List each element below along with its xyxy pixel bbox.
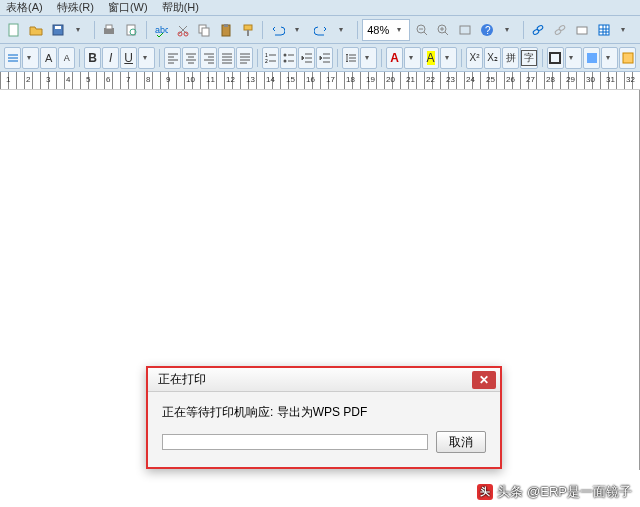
separator	[357, 21, 358, 39]
svg-rect-26	[599, 25, 609, 35]
ruler-number: 29	[566, 75, 575, 84]
watermark: 头 头条 @ERP是一面镜子	[477, 483, 632, 501]
ruler-number: 24	[466, 75, 475, 84]
numbered-list-icon[interactable]: 12	[262, 47, 279, 69]
hyperlink-icon[interactable]	[528, 19, 549, 41]
help-icon[interactable]: ?	[477, 19, 498, 41]
ruler-number: 23	[446, 75, 455, 84]
object-icon[interactable]	[572, 19, 593, 41]
zoom-in-icon[interactable]	[433, 19, 454, 41]
ruler-number: 28	[546, 75, 555, 84]
menu-table[interactable]: 表格(A)	[6, 0, 43, 15]
separator	[94, 21, 95, 39]
highlight-button[interactable]: A	[422, 47, 439, 69]
ruler-number: 12	[226, 75, 235, 84]
border-dropdown-icon[interactable]: ▾	[565, 47, 582, 69]
menu-help[interactable]: 帮助(H)	[162, 0, 199, 15]
unlink-icon[interactable]	[550, 19, 571, 41]
shrink-font-icon[interactable]: A	[58, 47, 75, 69]
dialog-title-text: 正在打印	[158, 371, 206, 388]
undo-dropdown-icon[interactable]: ▾	[289, 19, 310, 41]
style-dropdown[interactable]	[4, 47, 21, 69]
font-color-button[interactable]: A	[386, 47, 403, 69]
align-distribute-icon[interactable]	[236, 47, 253, 69]
print-preview-icon[interactable]	[121, 19, 142, 41]
line-spacing-icon[interactable]	[342, 47, 359, 69]
svg-rect-15	[247, 30, 249, 36]
ruler-number: 17	[326, 75, 335, 84]
ruler-number: 20	[386, 75, 395, 84]
undo-icon[interactable]	[267, 19, 288, 41]
font-dropdown[interactable]: ▾	[22, 47, 39, 69]
border-button[interactable]	[547, 47, 564, 69]
save-dropdown-icon[interactable]: ▾	[69, 19, 90, 41]
zoom-dropdown-icon[interactable]: ▾	[397, 25, 405, 34]
close-icon[interactable]: ✕	[472, 371, 496, 389]
ruler-number: 26	[506, 75, 515, 84]
zoom-combo[interactable]: ▾	[362, 19, 410, 41]
font-color-dropdown-icon[interactable]: ▾	[404, 47, 421, 69]
paste-icon[interactable]	[216, 19, 237, 41]
bold-button[interactable]: B	[84, 47, 101, 69]
svg-point-30	[283, 59, 286, 62]
horizontal-ruler[interactable]: 1234567891011121314151617181920212223242…	[0, 72, 640, 90]
redo-icon[interactable]	[311, 19, 332, 41]
svg-text:2: 2	[265, 58, 268, 64]
menu-special[interactable]: 特殊(R)	[57, 0, 94, 15]
dialog-message: 正在等待打印机响应: 导出为WPS PDF	[162, 404, 486, 421]
separator	[523, 21, 524, 39]
separator	[146, 21, 147, 39]
ruby-icon[interactable]: 拼	[502, 47, 519, 69]
decrease-indent-icon[interactable]	[298, 47, 315, 69]
redo-dropdown-icon[interactable]: ▾	[333, 19, 354, 41]
align-center-icon[interactable]	[182, 47, 199, 69]
subscript-icon[interactable]: X₂	[484, 47, 501, 69]
underline-dropdown-icon[interactable]: ▾	[138, 47, 155, 69]
underline-button[interactable]: U	[120, 47, 137, 69]
highlight-dropdown-icon[interactable]: ▾	[440, 47, 457, 69]
format-painter-icon[interactable]	[238, 19, 259, 41]
align-right-icon[interactable]	[200, 47, 217, 69]
dialog-titlebar[interactable]: 正在打印 ✕	[148, 368, 500, 392]
char-border-icon[interactable]: 字	[520, 47, 538, 69]
table-dropdown-icon[interactable]: ▾	[615, 19, 636, 41]
grow-font-icon[interactable]: A	[40, 47, 57, 69]
print-icon[interactable]	[99, 19, 120, 41]
save-icon[interactable]	[48, 19, 69, 41]
copy-icon[interactable]	[194, 19, 215, 41]
shading-dropdown-icon[interactable]: ▾	[601, 47, 618, 69]
cut-icon[interactable]	[172, 19, 193, 41]
new-doc-icon[interactable]	[4, 19, 25, 41]
ruler-number: 6	[106, 75, 110, 84]
table-icon[interactable]	[593, 19, 614, 41]
open-icon[interactable]	[26, 19, 47, 41]
help-dropdown-icon[interactable]: ▾	[498, 19, 519, 41]
svg-point-23	[555, 28, 562, 34]
menu-window[interactable]: 窗口(W)	[108, 0, 148, 15]
ruler-number: 30	[586, 75, 595, 84]
svg-rect-25	[577, 27, 587, 34]
styles-icon[interactable]	[619, 47, 636, 69]
bullet-list-icon[interactable]	[280, 47, 297, 69]
zoom-input[interactable]	[367, 24, 397, 36]
superscript-icon[interactable]: X²	[466, 47, 483, 69]
zoom-fit-icon[interactable]	[455, 19, 476, 41]
ruler-number: 31	[606, 75, 615, 84]
align-justify-icon[interactable]	[218, 47, 235, 69]
svg-rect-14	[244, 25, 252, 30]
align-left-icon[interactable]	[164, 47, 181, 69]
ruler-number: 5	[86, 75, 90, 84]
cancel-button[interactable]: 取消	[436, 431, 486, 453]
ruler-number: 11	[206, 75, 215, 84]
spellcheck-icon[interactable]: abc	[150, 19, 171, 41]
separator	[461, 49, 462, 67]
zoom-out-icon[interactable]	[411, 19, 432, 41]
shading-button[interactable]	[583, 47, 600, 69]
italic-button[interactable]: I	[102, 47, 119, 69]
increase-indent-icon[interactable]	[316, 47, 333, 69]
ruler-number: 13	[246, 75, 255, 84]
document-area[interactable]: 正在打印 ✕ 正在等待打印机响应: 导出为WPS PDF 取消	[0, 90, 640, 470]
ruler-number: 27	[526, 75, 535, 84]
formatting-toolbar: ▾ A A B I U ▾ 12 ▾ A ▾ A ▾ X² X₂ 拼 字 ▾ ▾	[0, 44, 640, 72]
line-spacing-dropdown-icon[interactable]: ▾	[360, 47, 377, 69]
